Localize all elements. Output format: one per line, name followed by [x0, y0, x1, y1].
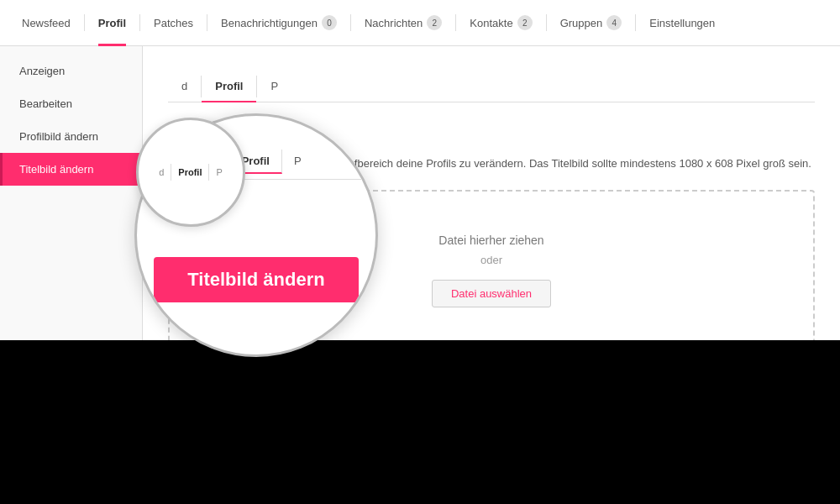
- sidebar: Anzeigen Bearbeiten Profilbild ändern Ti…: [0, 46, 143, 504]
- drag-text: Datei hierher ziehen: [186, 234, 796, 247]
- nav-item-kontakte[interactable]: Kontakte 2: [456, 0, 545, 46]
- badge-kontakte: 2: [517, 15, 533, 30]
- content-area: d Profil P TITELBILD ÄNDERN Dein Titelbi…: [143, 46, 840, 504]
- sidebar-item-bearbeiten[interactable]: Bearbeiten: [0, 87, 142, 120]
- select-file-button[interactable]: Datei auswählen: [432, 280, 551, 307]
- badge-benachrichtigungen: 0: [322, 15, 337, 30]
- main-layout: Anzeigen Bearbeiten Profilbild ändern Ti…: [0, 46, 840, 504]
- nav-item-benachrichtigungen[interactable]: Benachrichtigungen 0: [207, 0, 350, 46]
- nav-item-gruppen[interactable]: Gruppen 4: [547, 0, 636, 46]
- nav-item-nachrichten[interactable]: Nachrichten 2: [351, 0, 455, 46]
- badge-gruppen: 4: [606, 15, 622, 30]
- sub-tab-profil[interactable]: Profil: [202, 71, 256, 102]
- top-navigation: Newsfeed Profil Patches Benachrichtigung…: [0, 0, 840, 46]
- nav-item-profil[interactable]: Profil: [85, 0, 139, 46]
- sub-tab-p[interactable]: P: [257, 71, 291, 102]
- or-text: oder: [186, 254, 796, 266]
- sidebar-item-titelbild[interactable]: Titelbild ändern: [0, 153, 142, 186]
- nav-item-newsfeed[interactable]: Newsfeed: [8, 0, 84, 46]
- badge-nachrichten: 2: [427, 15, 442, 30]
- description-text: Dein Titelbild wird benutzt um den Kopfb…: [168, 155, 815, 173]
- sidebar-item-profilbild[interactable]: Profilbild ändern: [0, 120, 142, 153]
- sub-tab-bar: d Profil P: [168, 71, 815, 102]
- nav-item-einstellungen[interactable]: Einstellungen: [636, 0, 728, 46]
- nav-item-patches[interactable]: Patches: [140, 0, 207, 46]
- sidebar-item-anzeigen[interactable]: Anzeigen: [0, 55, 142, 87]
- upload-box[interactable]: Datei hierher ziehen oder Datei auswähle…: [168, 190, 815, 351]
- sub-tab-d[interactable]: d: [168, 71, 201, 102]
- section-title: TITELBILD ÄNDERN: [168, 123, 295, 142]
